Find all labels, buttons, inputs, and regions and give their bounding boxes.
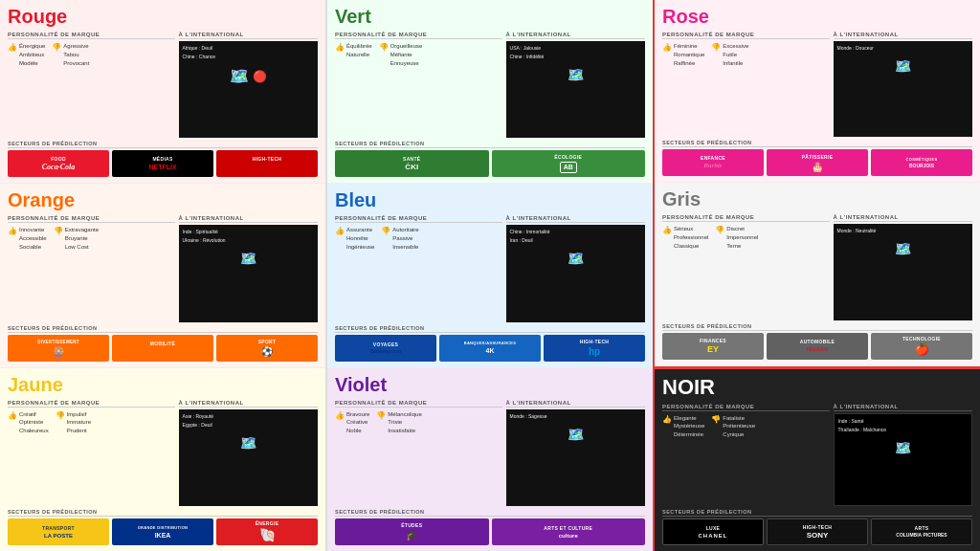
thumbs-down-icon: 👎 (56, 412, 65, 420)
noir-sector-arts: ARTS COLUMBIA PICTURES (871, 518, 972, 545)
vert-sector-ecologie: ÉCOLOGIE AB (492, 150, 646, 177)
vert-international: À L'INTERNATIONAL USA : Jalousie Chine :… (506, 32, 645, 138)
gris-title: Gris (662, 188, 972, 210)
rouge-sectors: SECTEURS DE PRÉDILECTION FOOD Coca·Cola … (8, 141, 318, 177)
bleu-personality: PERSONNALITÉ DE MARQUE 👍 Assurante Honnê… (335, 215, 502, 321)
section-noir: NOIR PERSONNALITÉ DE MARQUE 👍 Elegante M… (655, 366, 980, 551)
thumbs-down-icon: 👎 (376, 412, 386, 420)
thumbs-up-icon: 👍 (8, 412, 17, 420)
thumbs-down-icon: 👎 (715, 227, 724, 234)
jaune-sector-energie: ÉNERGIE 🐚 (216, 518, 318, 545)
noir-sectors: SECTEURS DE PRÉDILECTION LUXE CHANEL HIG… (662, 509, 972, 545)
section-jaune: Jaune PERSONNALITÉ DE MARQUE 👍 Créatif O… (0, 368, 325, 551)
bleu-sector-hightech: HIGH-TECH hp (544, 335, 645, 362)
section-orange: Orange PERSONNALITÉ DE MARQUE 👍 Innovant… (0, 184, 325, 367)
thumbs-down-icon: 👎 (711, 416, 721, 424)
violet-title: Violet (335, 374, 645, 396)
thumbs-down-icon: 👎 (379, 44, 389, 52)
vert-sector-sante: SANTÉ ĊKI (335, 150, 489, 177)
vert-sectors: SECTEURS DE PRÉDILECTION SANTÉ ĊKI ÉCOLO… (335, 141, 645, 177)
violet-personality: PERSONNALITÉ DE MARQUE 👍 Bravoure Créati… (335, 400, 502, 506)
rouge-sector-media: MÉDIAS NETFLIX (112, 150, 213, 177)
bleu-sectors: SECTEURS DE PRÉDILECTION VOYAGES Booking… (335, 325, 645, 362)
thumbs-up-icon: 👍 (8, 228, 17, 235)
gris-sector-automobile: AUTOMOBILE NISSAN (767, 333, 868, 360)
thumbs-down-icon: 👎 (54, 228, 63, 235)
rouge-sector-hightech: HIGH-TECH Canon (216, 150, 318, 177)
noir-international: À L'INTERNATIONAL Inde : Santé Thaïlande… (834, 404, 972, 506)
section-violet: Violet PERSONNALITÉ DE MARQUE 👍 Bravoure… (327, 368, 653, 551)
thumbs-up-icon: 👍 (335, 228, 345, 235)
noir-sector-hightech: HIGH-TECH SONY (767, 518, 868, 545)
gris-personality: PERSONNALITÉ DE MARQUE 👍 Sérieux Profess… (662, 214, 830, 320)
jaune-personality: PERSONNALITÉ DE MARQUE 👍 Créatif Optimis… (8, 400, 175, 506)
thumbs-up-icon: 👍 (335, 44, 345, 52)
rose-sectors: SECTEURS DE PRÉDILECTION ENFANCE Barbie … (662, 140, 972, 176)
noir-title: NOIR (662, 375, 972, 400)
column-vert-bleu-violet: Vert PERSONNALITÉ DE MARQUE 👍 Équilibrée… (327, 0, 655, 551)
gris-sectors: SECTEURS DE PRÉDILECTION FINANCES EY AUT… (662, 323, 972, 360)
bleu-sector-banques: BANQUES/ASSURANCES 4K (439, 335, 541, 362)
rose-title: Rose (662, 6, 972, 28)
section-gris: Gris PERSONNALITÉ DE MARQUE 👍 Sérieux Pr… (655, 183, 980, 365)
violet-sectors: SECTEURS DE PRÉDILECTION ÉTUDES 🎓 ARTS E… (335, 509, 645, 545)
rose-sector-cosmetiques: COSMÉTIQUES BOURJOIS (871, 149, 972, 176)
orange-sectors: SECTEURS DE PRÉDILECTION DIVERTISSEMENT … (8, 325, 318, 362)
section-vert: Vert PERSONNALITÉ DE MARQUE 👍 Équilibrée… (327, 0, 653, 184)
jaune-title: Jaune (8, 374, 318, 396)
bleu-title: Bleu (335, 189, 645, 211)
noir-personality: PERSONNALITÉ DE MARQUE 👍 Elegante Mystér… (662, 404, 830, 506)
orange-sector-divertissement: DIVERTISSEMENT 🎡 (8, 335, 109, 362)
jaune-international: À L'INTERNATIONAL Asie : Royauté Egypte … (179, 400, 318, 506)
thumbs-up-icon: 👍 (335, 412, 345, 420)
orange-sector-sport: SPORT ⚽ (216, 335, 318, 362)
column-rouge-orange-jaune: Rouge PERSONNALITÉ DE MARQUE 👍 Énergique… (0, 0, 327, 551)
thumbs-up-icon: 👍 (8, 44, 17, 52)
rouge-title: Rouge (8, 6, 318, 28)
thumbs-down-icon: 👎 (711, 44, 721, 52)
column-rose-gris-noir: Rose PERSONNALITÉ DE MARQUE 👍 Féminine R… (655, 0, 980, 551)
bleu-sector-voyages: VOYAGES Booking.com (335, 335, 436, 362)
orange-personality: PERSONNALITÉ DE MARQUE 👍 Innovante Acces… (8, 215, 175, 321)
rouge-international: À L'INTERNATIONAL Afrique : Deuil Chine … (179, 32, 318, 138)
bleu-international: À L'INTERNATIONAL Chine : Immortalité Ir… (506, 215, 645, 321)
rouge-sector-food: FOOD Coca·Cola (8, 150, 109, 177)
noir-sector-luxe: LUXE CHANEL (662, 518, 764, 545)
jaune-sector-transport: TRANSPORT LA POSTE (8, 518, 109, 545)
rose-sector-patisserie: PÂTISSERIE 🎂 (767, 149, 868, 176)
violet-sector-etudes: ÉTUDES 🎓 (335, 518, 489, 545)
jaune-sector-grande: GRANDE DISTRIBUTION IKEA (112, 518, 213, 545)
orange-international: À L'INTERNATIONAL Inde : Spiritualité Uk… (179, 215, 318, 321)
rose-international: À L'INTERNATIONAL Monde : Douceur 🗺️ (834, 32, 972, 137)
orange-sector-mobilite: MOBILITÉ easyJet (112, 335, 213, 362)
jaune-sectors: SECTEURS DE PRÉDILECTION TRANSPORT LA PO… (8, 509, 318, 545)
orange-title: Orange (8, 189, 318, 211)
section-rouge: Rouge PERSONNALITÉ DE MARQUE 👍 Énergique… (0, 0, 325, 184)
thumbs-up-icon: 👍 (662, 227, 672, 234)
vert-title: Vert (335, 6, 645, 28)
gris-sector-technologie: TECHNOLOGIE 🍎 (871, 333, 972, 360)
section-rose: Rose PERSONNALITÉ DE MARQUE 👍 Féminine R… (655, 0, 980, 183)
thumbs-up-icon: 👍 (662, 44, 672, 52)
gris-sector-finances: FINANCES EY (662, 333, 764, 360)
thumbs-up-icon: 👍 (662, 416, 672, 424)
gris-international: À L'INTERNATIONAL Monde : Neutralité 🗺️ (834, 214, 972, 320)
violet-sector-arts: ARTS ET CULTURE culture (492, 518, 646, 545)
violet-international: À L'INTERNATIONAL Monde : Sagesse 🗺️ (506, 400, 645, 506)
rose-sector-enfance: ENFANCE Barbie (662, 149, 764, 176)
section-bleu: Bleu PERSONNALITÉ DE MARQUE 👍 Assurante … (327, 184, 653, 367)
thumbs-down-icon: 👎 (52, 44, 61, 52)
rouge-personality: PERSONNALITÉ DE MARQUE 👍 Énergique Ambit… (8, 32, 175, 138)
rose-personality: PERSONNALITÉ DE MARQUE 👍 Féminine Romant… (662, 32, 830, 137)
vert-personality: PERSONNALITÉ DE MARQUE 👍 Équilibrée Natu… (335, 32, 502, 138)
thumbs-down-icon: 👎 (381, 228, 390, 235)
